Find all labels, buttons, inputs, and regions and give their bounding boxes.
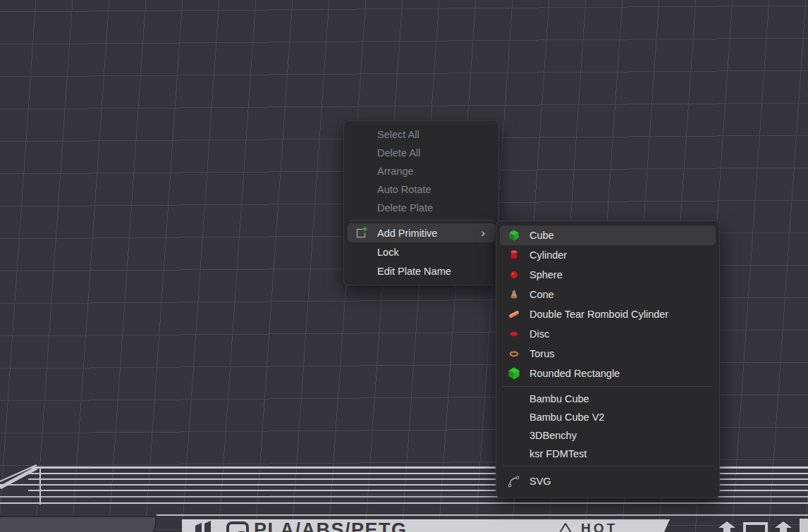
plate-edge-line (0, 502, 808, 504)
add-primitive-icon (353, 225, 370, 241)
hot-warning-icon (554, 521, 577, 532)
submenu-item-ksr-fdmtest[interactable]: ksr FDMTest (500, 445, 716, 463)
sphere-icon (506, 267, 522, 283)
menu-item-label: Select All (377, 129, 420, 140)
menu-item-add-primitive[interactable]: Add Primitive › (348, 223, 495, 242)
menu-item-label: Delete Plate (377, 202, 433, 214)
plate-front-top-line (157, 514, 808, 516)
submenu-item-cylinder[interactable]: Cylinder (500, 245, 716, 265)
plate-hot-label: HOT (581, 521, 618, 532)
arrow-up-icon (716, 521, 737, 532)
submenu-item-bambu-cube[interactable]: Bambu Cube (500, 390, 716, 408)
submenu-item-cube[interactable]: Cube (500, 225, 716, 245)
menu-item-select-all[interactable]: Select All (348, 125, 495, 144)
menu-item-label: Add Primitive (377, 228, 437, 239)
submenu-item-disc[interactable]: Disc (500, 324, 716, 344)
submenu-item-cone[interactable]: Cone (500, 285, 716, 304)
submenu-item-rounded-rectangle[interactable]: Rounded Rectangle (500, 364, 716, 383)
plate-context-menu: Select All Delete All Arrange Auto Rotat… (343, 120, 499, 285)
submenu-item-label: 3DBenchy (530, 430, 577, 441)
plate-corner-tab (0, 516, 157, 532)
disc-icon (506, 326, 522, 342)
plate-marking-edge (800, 519, 808, 532)
submenu-item-double-tear-romboid-cylinder[interactable]: Double Tear Romboid Cylinder (500, 304, 716, 324)
plate-edge-diagonal (0, 0, 56, 532)
double-tear-romboid-cylinder-icon (506, 307, 522, 322)
plate-type-label: PLA/ABS/PETG (254, 521, 408, 532)
menu-item-lock[interactable]: Lock (348, 242, 495, 261)
bambu-logo-icon (195, 521, 213, 532)
rounded-rectangle-icon (506, 366, 522, 381)
build-plate-label-strip: PLA/ABS/PETG HOT (182, 519, 670, 532)
plate-badge-icon (226, 521, 250, 532)
menu-separator (350, 220, 492, 221)
submenu-item-torus[interactable]: Torus (500, 344, 716, 364)
submenu-item-label: Cylinder (530, 249, 567, 261)
menu-item-label: Delete All (377, 147, 420, 159)
cube-icon (506, 228, 522, 243)
submenu-separator (503, 466, 713, 466)
submenu-item-label: Bambu Cube (530, 393, 589, 404)
menu-item-label: Edit Plate Name (377, 266, 451, 277)
submenu-item-label: Cone (530, 289, 554, 300)
submenu-item-3dbenchy[interactable]: 3DBenchy (500, 426, 716, 445)
submenu-item-sphere[interactable]: Sphere (500, 265, 716, 285)
submenu-item-label: Cube (530, 230, 554, 241)
chevron-right-icon: › (481, 227, 485, 239)
submenu-item-label: Torus (530, 348, 554, 359)
bezier-curve-icon (506, 474, 522, 489)
submenu-item-label: Double Tear Romboid Cylinder (530, 309, 668, 320)
cylinder-icon (506, 247, 522, 263)
submenu-item-bambu-cube-v2[interactable]: Bambu Cube V2 (500, 408, 716, 426)
cone-icon (506, 287, 522, 302)
submenu-item-label: Bambu Cube V2 (530, 412, 604, 423)
slicer-viewport[interactable]: PLA/ABS/PETG HOT Select All Delete All A… (0, 0, 808, 532)
submenu-item-svg[interactable]: SVG (500, 469, 716, 493)
menu-item-label: Arrange (377, 166, 414, 177)
submenu-item-label: Rounded Rectangle (530, 368, 620, 379)
menu-item-delete-plate[interactable]: Delete Plate (348, 199, 495, 217)
menu-item-auto-rotate[interactable]: Auto Rotate (348, 180, 495, 199)
submenu-item-label: ksr FDMTest (530, 448, 587, 459)
submenu-item-label: Disc (530, 328, 549, 340)
submenu-separator (503, 386, 713, 387)
plate-square-icon (743, 522, 769, 532)
menu-item-label: Lock (377, 247, 399, 258)
submenu-item-label: SVG (530, 476, 551, 487)
menu-item-delete-all[interactable]: Delete All (348, 144, 495, 162)
menu-item-edit-plate-name[interactable]: Edit Plate Name (348, 261, 495, 280)
torus-icon (506, 346, 522, 361)
submenu-item-label: Sphere (530, 269, 563, 280)
add-primitive-submenu: Cube Cylinder Sphere (496, 221, 720, 498)
menu-item-arrange[interactable]: Arrange (348, 162, 495, 180)
arrow-up-icon (773, 521, 794, 532)
menu-item-label: Auto Rotate (377, 184, 431, 195)
